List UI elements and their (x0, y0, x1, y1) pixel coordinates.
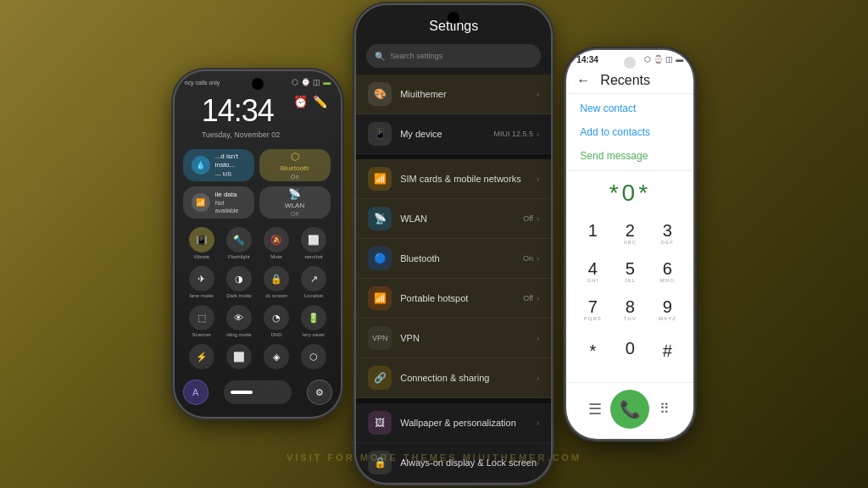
dial-key-5[interactable]: 5 JKL (612, 253, 648, 290)
tile3-sub: Not available (215, 199, 246, 214)
mydevice-label: My device (400, 129, 493, 139)
vibrate-label: Vibrate (193, 254, 209, 259)
location-btn[interactable]: ↗ (301, 266, 326, 291)
new-contact-option[interactable]: New contact (580, 103, 680, 114)
miuithemer-icon: 🎨 (368, 82, 392, 106)
call-button[interactable]: 📞 (610, 390, 649, 429)
chevron-icon: › (537, 374, 539, 383)
battery-saver-label: tery saver (303, 332, 325, 337)
recents-header: ← Recents (566, 68, 693, 94)
mute-btn[interactable]: 🔕 (264, 227, 289, 252)
mobile-data-tile[interactable]: 📶 ile data Not available (183, 186, 254, 219)
hotspot-status: Off (523, 294, 533, 302)
ridingmode-label: iding mode (226, 332, 251, 337)
miuithemer-label: Miuithemer (400, 89, 537, 99)
backspace-button[interactable]: ⠿ (649, 394, 680, 424)
phone1-status-icons: ⬡ ⌚ ◫ ▬ (292, 78, 331, 86)
dial-key-4[interactable]: 4 GHI (575, 253, 610, 290)
settings-item-sim[interactable]: 📶 SIM cards & mobile networks › (356, 159, 551, 199)
settings-list: 🎨 Miuithemer › 📱 My device MIUI 12.5.5 › (356, 75, 551, 483)
settings-item-aod[interactable]: 🔒 Always-on display & Lock screen › (356, 443, 551, 483)
battery-saver-btn[interactable]: 🔋 (301, 305, 326, 330)
dial-key-1[interactable]: 1 (575, 215, 610, 252)
dial-key-7[interactable]: 7 PQRS (575, 291, 610, 328)
settings-item-mydevice[interactable]: 📱 My device MIUI 12.5.5 › (356, 114, 551, 154)
wlan-label: WLAN (400, 214, 523, 224)
brightness-slider[interactable] (224, 380, 292, 404)
settings-item-hotspot[interactable]: 📶 Portable hotspot Off › (356, 279, 551, 319)
bluetooth-status: On (523, 254, 533, 263)
settings-item-bluetooth[interactable]: 🔵 Bluetooth On › (356, 239, 551, 279)
phone1-time: 14:34 (188, 90, 294, 129)
dialer-grid: 1 2 ABC 3 DEF 4 GHI 5 JKL (575, 215, 685, 374)
add-to-contacts-option[interactable]: Add to contacts (580, 126, 680, 138)
phone3-time: 14:34 (576, 55, 598, 64)
settings-item-wallpaper[interactable]: 🖼 Wallpaper & personalization › (356, 403, 551, 443)
bt-tile-label: Bluetooth (281, 164, 309, 172)
chevron-icon: › (537, 334, 539, 343)
phone1: ncy calls only ⬡ ⌚ ◫ ▬ 14:34 Tuesday, No… (175, 71, 342, 417)
dial-key-8[interactable]: 8 TUV (612, 291, 648, 328)
settings-item-miuithemer[interactable]: 🎨 Miuithemer › (356, 75, 551, 114)
dial-key-6[interactable]: 6 MNO (649, 253, 685, 290)
mute-label: Mute (270, 254, 281, 259)
phone1-status-left: ncy calls only (185, 80, 220, 86)
wlan-icon: 📡 (368, 207, 392, 230)
sim-label: SIM cards & mobile networks (400, 174, 537, 184)
phone3-status-icons: ⬡⌚◫▬ (644, 55, 683, 64)
tile1-label: ...d isn't insto... (215, 152, 246, 170)
search-icon: 🔍 (375, 52, 385, 61)
lockscreen-btn[interactable]: 🔒 (264, 266, 289, 291)
watermark: VISIT FOR MORE THEMES MIUITHEMER.COM (287, 452, 581, 463)
connection-icon: 🔗 (368, 366, 392, 390)
back-button[interactable]: ← (576, 73, 590, 88)
miui-version: MIUI 12.5.5 (493, 130, 533, 138)
airplane-btn[interactable]: ✈ (189, 266, 214, 291)
bluetooth-label: Bluetooth (400, 253, 523, 263)
vpn-icon: VPN (368, 326, 392, 350)
settings-search[interactable]: 🔍 Search settings (366, 44, 541, 68)
vibrate-btn[interactable]: 📳 (189, 227, 214, 252)
tile1-sub: — MB (215, 170, 246, 178)
darkmode-btn[interactable]: ◑ (226, 266, 252, 291)
flashlight-btn[interactable]: 🔦 (226, 227, 252, 252)
send-message-option[interactable]: Send message (580, 150, 680, 162)
bolt-btn[interactable]: ⚡ (189, 344, 214, 369)
hotspot-label: Portable hotspot (400, 293, 523, 303)
bluetooth-tile[interactable]: ⬡ Bluetooth On (259, 149, 331, 181)
wallpaper-label: Wallpaper & personalization (400, 418, 537, 428)
dial-key-star[interactable]: * (575, 330, 610, 374)
scanner-btn[interactable]: ⬚ (189, 305, 214, 330)
scanner-label: Scanner (192, 332, 211, 337)
settings-item-wlan[interactable]: 📡 WLAN Off › (356, 199, 551, 239)
ridingmode-btn[interactable]: 👁 (226, 305, 252, 330)
settings-quick-btn[interactable]: ⚙ (307, 380, 332, 405)
chevron-icon: › (537, 90, 539, 99)
dial-key-9[interactable]: 9 WXYZ (649, 291, 685, 328)
hotspot-icon: 📶 (368, 286, 392, 310)
display-btn[interactable]: ◈ (264, 344, 289, 369)
dial-key-2[interactable]: 2 ABC (612, 215, 648, 252)
settings-item-connection[interactable]: 🔗 Connection & sharing › (356, 358, 551, 398)
wlan-tile[interactable]: 📡 WLAN Off (259, 186, 331, 219)
darkmode-label: Dark mode (226, 293, 251, 298)
settings-item-vpn[interactable]: VPN VPN › (356, 319, 551, 358)
assistant-btn[interactable]: A (183, 380, 209, 405)
dial-key-0[interactable]: 0 (612, 330, 648, 374)
recents-options: New contact Add to contacts Send message (566, 94, 693, 171)
phone2: Settings 🔍 Search settings 🎨 Miuithemer … (356, 5, 551, 483)
keypad-toggle-btn[interactable]: ☰ (580, 394, 610, 424)
screenshot-btn[interactable]: ⬜ (301, 227, 326, 252)
screen-cast-btn[interactable]: ⬜ (226, 344, 252, 369)
chevron-icon: › (537, 254, 539, 263)
water-tile[interactable]: 💧 ...d isn't insto... — MB (183, 149, 254, 181)
sim-icon: 📶 (368, 167, 392, 191)
clock-icon[interactable]: ⏰ (293, 95, 308, 108)
dial-key-hash[interactable]: # (649, 330, 685, 374)
hex-btn[interactable]: ⬡ (301, 344, 326, 369)
chevron-icon: › (537, 175, 539, 184)
dnd-btn[interactable]: ◔ (264, 305, 289, 330)
bluetooth-icon: 🔵 (368, 247, 392, 270)
edit-icon[interactable]: ✏️ (313, 95, 327, 108)
dial-key-3[interactable]: 3 DEF (649, 215, 685, 252)
